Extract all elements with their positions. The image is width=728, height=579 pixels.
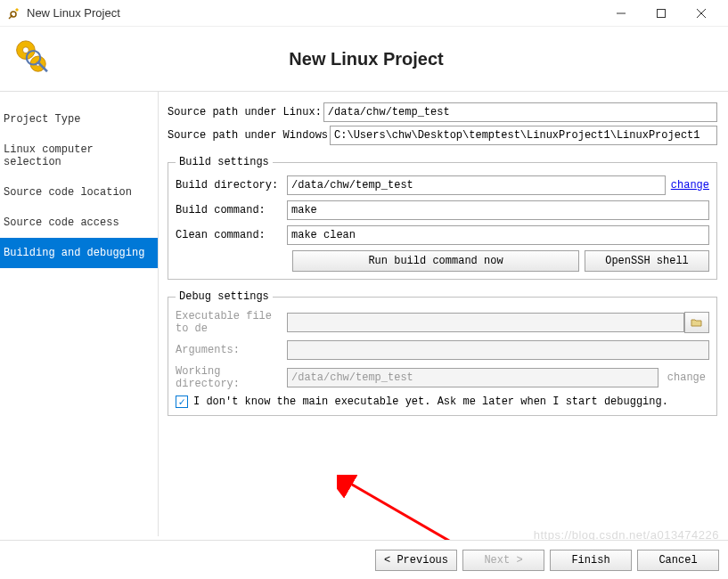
build-cmd-input[interactable] <box>287 200 709 220</box>
unknown-exe-checkbox[interactable]: ✓ <box>176 396 188 408</box>
sidebar-item-project-type[interactable]: Project Type <box>0 104 158 135</box>
cancel-button[interactable]: Cancel <box>637 550 719 571</box>
wd-input <box>287 368 658 387</box>
windows-path-label: Source path under Windows <box>168 129 328 142</box>
next-button: Next > <box>462 550 544 571</box>
build-cmd-label: Build command: <box>176 204 287 216</box>
app-icon <box>7 6 21 20</box>
run-build-button[interactable]: Run build command now <box>292 250 579 272</box>
debug-settings-group: Debug settings Executable file to de Arg… <box>168 290 717 416</box>
openssh-shell-button[interactable]: OpenSSH shell <box>585 250 709 272</box>
svg-point-0 <box>11 12 16 17</box>
exe-label: Executable file to de <box>176 310 287 335</box>
build-dir-change-link[interactable]: change <box>671 179 709 192</box>
main-split: Project Type Linux computer selection So… <box>0 91 728 536</box>
sidebar-item-linux-selection[interactable]: Linux computer selection <box>0 135 158 177</box>
svg-rect-2 <box>657 9 665 17</box>
args-input <box>287 340 709 360</box>
debug-settings-legend: Debug settings <box>176 290 273 303</box>
window-titlebar: New Linux Project <box>0 0 728 27</box>
sidebar-item-building-debugging[interactable]: Building and debugging <box>0 238 158 268</box>
folder-open-icon <box>691 317 703 328</box>
sidebar-item-source-location[interactable]: Source code location <box>0 177 158 208</box>
exe-input <box>287 313 684 332</box>
clean-cmd-input[interactable] <box>287 225 709 245</box>
wd-change-link: change <box>664 369 709 387</box>
linux-path-input[interactable] <box>323 102 717 122</box>
window-controls <box>601 1 721 26</box>
finish-button[interactable]: Finish <box>550 550 632 571</box>
page-title: New Linux Project <box>76 49 728 69</box>
gears-icon <box>9 35 58 84</box>
args-label: Arguments: <box>176 344 287 356</box>
browse-exe-button <box>684 312 709 333</box>
wizard-footer: < Previous Next > Finish Cancel <box>0 540 728 579</box>
previous-button[interactable]: < Previous <box>375 550 457 571</box>
windows-path-input[interactable] <box>330 126 717 145</box>
window-title: New Linux Project <box>27 6 601 20</box>
wizard-header: New Linux Project <box>0 27 728 91</box>
clean-cmd-label: Clean command: <box>176 229 287 241</box>
wd-label: Working directory: <box>176 365 287 390</box>
sidebar-item-source-access[interactable]: Source code access <box>0 208 158 238</box>
minimize-button[interactable] <box>601 1 641 26</box>
build-dir-label: Build directory: <box>176 179 287 192</box>
close-button[interactable] <box>681 1 721 26</box>
maximize-button[interactable] <box>641 1 681 26</box>
wizard-sidebar: Project Type Linux computer selection So… <box>0 92 159 536</box>
build-settings-legend: Build settings <box>176 156 273 168</box>
linux-path-label: Source path under Linux: <box>168 106 322 118</box>
wizard-content: Source path under Linux: Source path und… <box>159 92 728 536</box>
build-dir-input[interactable] <box>287 175 666 195</box>
unknown-exe-label: I don't know the main executable yet. As… <box>193 396 668 408</box>
build-settings-group: Build settings Build directory: change B… <box>168 156 717 280</box>
